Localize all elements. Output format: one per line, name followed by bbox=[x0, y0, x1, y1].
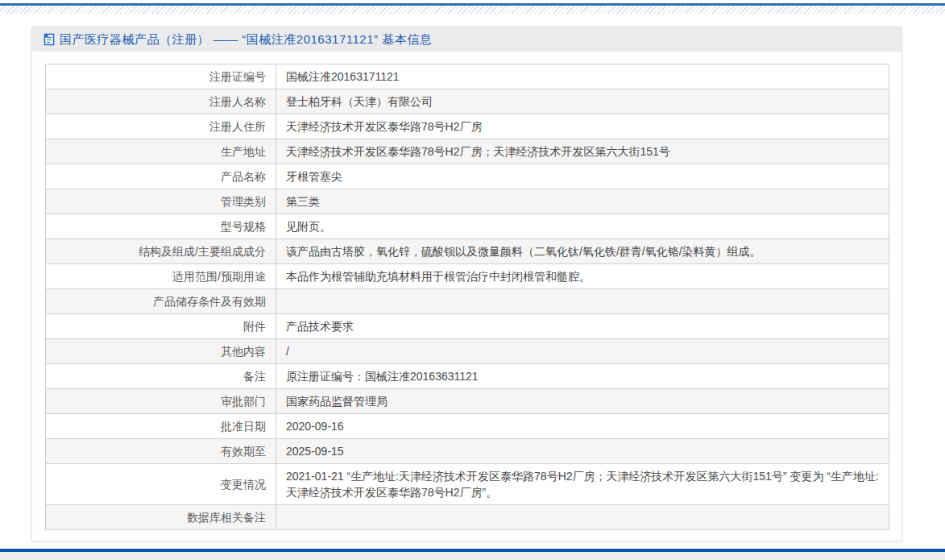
row-label: 注册人住所 bbox=[46, 114, 276, 139]
page-title: 国产医疗器械产品（注册） —— “国械注准20163171121” 基本信息 bbox=[60, 32, 432, 48]
row-label: 适用范围/预期用途 bbox=[46, 264, 276, 289]
row-label: 批准日期 bbox=[46, 414, 276, 439]
info-table-body: 注册证编号国械注准20163171121注册人名称登士柏牙科（天津）有限公司注册… bbox=[46, 64, 889, 530]
row-value: 天津经济技术开发区泰华路78号H2厂房 bbox=[276, 114, 889, 139]
row-value: 2025-09-15 bbox=[276, 439, 889, 464]
table-row: 变更情况2021-01-21 “生产地址:天津经济技术开发区泰华路78号H2厂房… bbox=[46, 464, 889, 505]
table-row: 产品储存条件及有效期 bbox=[46, 289, 889, 314]
table-row: 有效期至2025-09-15 bbox=[46, 439, 889, 464]
row-value: 国械注准20163171121 bbox=[276, 64, 889, 89]
table-row: 产品名称牙根管塞尖 bbox=[46, 164, 889, 189]
row-value: 见附页。 bbox=[276, 214, 889, 239]
row-label: 备注 bbox=[46, 364, 276, 389]
row-value: 第三类 bbox=[276, 189, 889, 214]
card-header: 国产医疗器械产品（注册） —— “国械注准20163171121” 基本信息 bbox=[32, 27, 901, 52]
table-row: 生产地址天津经济技术开发区泰华路78号H2厂房；天津经济技术开发区第六大街151… bbox=[46, 139, 889, 164]
table-row: 型号规格见附页。 bbox=[46, 214, 889, 239]
row-label: 审批部门 bbox=[46, 389, 276, 414]
row-label: 产品储存条件及有效期 bbox=[46, 289, 276, 314]
row-value: 2020-09-16 bbox=[276, 414, 889, 439]
table-row: 其他内容/ bbox=[46, 339, 889, 364]
table-row: 数据库相关备注 bbox=[46, 505, 889, 530]
row-label: 型号规格 bbox=[46, 214, 276, 239]
footer-background bbox=[0, 552, 945, 560]
row-value bbox=[276, 289, 889, 314]
row-label: 数据库相关备注 bbox=[46, 505, 276, 530]
row-value bbox=[276, 505, 889, 530]
table-row: 审批部门国家药品监督管理局 bbox=[46, 389, 889, 414]
row-value: 产品技术要求 bbox=[276, 314, 889, 339]
row-label: 注册证编号 bbox=[46, 64, 276, 89]
row-value: / bbox=[276, 339, 889, 364]
row-value: 登士柏牙科（天津）有限公司 bbox=[276, 89, 889, 114]
row-label: 变更情况 bbox=[46, 464, 276, 505]
table-row: 注册人名称登士柏牙科（天津）有限公司 bbox=[46, 89, 889, 114]
row-value: 原注册证编号：国械注准20163631121 bbox=[276, 364, 889, 389]
row-value: 2021-01-21 “生产地址:天津经济技术开发区泰华路78号H2厂房；天津经… bbox=[276, 464, 889, 505]
row-label: 生产地址 bbox=[46, 139, 276, 164]
table-row: 附件产品技术要求 bbox=[46, 314, 889, 339]
row-label: 其他内容 bbox=[46, 339, 276, 364]
row-value: 国家药品监督管理局 bbox=[276, 389, 889, 414]
row-label: 有效期至 bbox=[46, 439, 276, 464]
table-row: 适用范围/预期用途本品作为根管辅助充填材料用于根管治疗中封闭根管和髓腔。 bbox=[46, 264, 889, 289]
row-label: 注册人名称 bbox=[46, 89, 276, 114]
detail-card: 国产医疗器械产品（注册） —— “国械注准20163171121” 基本信息 注… bbox=[31, 27, 902, 541]
table-row: 批准日期2020-09-16 bbox=[46, 414, 889, 439]
row-label: 产品名称 bbox=[46, 164, 276, 189]
table-row: 注册人住所天津经济技术开发区泰华路78号H2厂房 bbox=[46, 114, 889, 139]
table-row: 结构及组成/主要组成成分该产品由古塔胶，氧化锌，硫酸钡以及微量颜料（二氧化钛/氧… bbox=[46, 239, 889, 264]
row-value: 天津经济技术开发区泰华路78号H2厂房；天津经济技术开发区第六大街151号 bbox=[276, 139, 889, 164]
row-value: 该产品由古塔胶，氧化锌，硫酸钡以及微量颜料（二氧化钛/氧化铁/群青/氧化铬/染料… bbox=[276, 239, 889, 264]
table-row: 注册证编号国械注准20163171121 bbox=[46, 64, 889, 89]
row-label: 结构及组成/主要组成成分 bbox=[46, 239, 276, 264]
table-row: 备注原注册证编号：国械注准20163631121 bbox=[46, 364, 889, 389]
table-row: 管理类别第三类 bbox=[46, 189, 889, 214]
row-label: 管理类别 bbox=[46, 189, 276, 214]
row-label: 附件 bbox=[46, 314, 276, 339]
row-value: 牙根管塞尖 bbox=[276, 164, 889, 189]
info-table: 注册证编号国械注准20163171121注册人名称登士柏牙科（天津）有限公司注册… bbox=[45, 64, 889, 530]
top-hatch-stripe bbox=[0, 6, 945, 14]
document-icon bbox=[44, 33, 55, 46]
row-value: 本品作为根管辅助充填材料用于根管治疗中封闭根管和髓腔。 bbox=[276, 264, 889, 289]
